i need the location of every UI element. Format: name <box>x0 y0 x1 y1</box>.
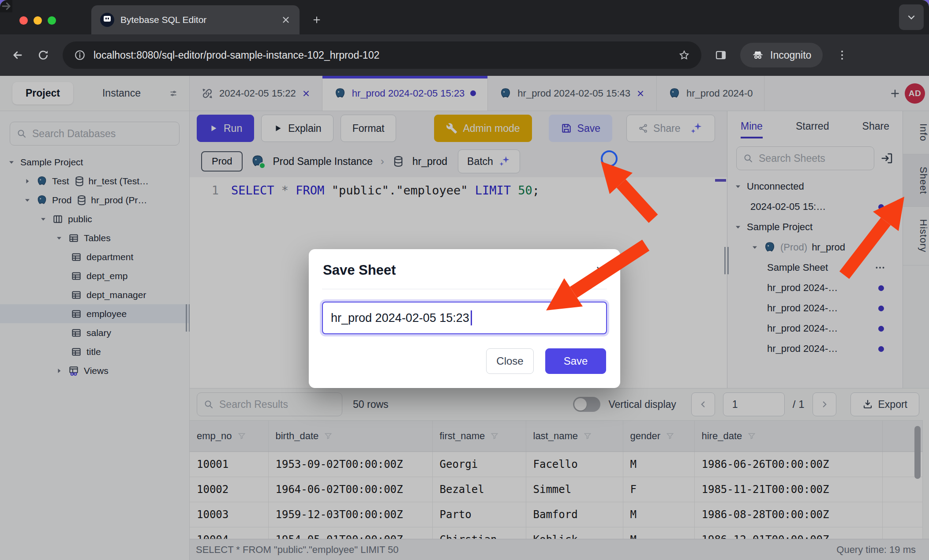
bookmark-star-icon[interactable] <box>678 49 690 61</box>
browser-window: Bytebase SQL Editor localhost:8080/sql-e… <box>0 0 929 560</box>
text-caret <box>471 310 472 325</box>
annotation-circle <box>601 150 618 167</box>
side-panel-icon[interactable] <box>715 49 727 61</box>
url-text[interactable]: localhost:8080/sql-editor/prod-sample-in… <box>94 49 671 61</box>
forward-icon[interactable] <box>0 0 12 12</box>
site-info-icon[interactable] <box>74 49 86 61</box>
browser-tabstrip: Bytebase SQL Editor <box>0 0 929 34</box>
tab-search-button[interactable] <box>899 4 924 30</box>
dialog-title: Save Sheet <box>323 262 396 278</box>
plus-icon <box>312 15 322 25</box>
dialog-divider <box>322 289 607 289</box>
sql-editor-app: Project Instance 2024-02-05 15:22 <box>0 76 929 560</box>
bytebase-favicon <box>100 13 114 27</box>
minimize-window-button[interactable] <box>34 16 42 25</box>
close-dialog-icon[interactable] <box>595 265 606 276</box>
incognito-label: Incognito <box>770 49 811 61</box>
sheet-name-input[interactable]: hr_prod 2024-02-05 15:23 <box>322 302 607 334</box>
zoom-window-button[interactable] <box>48 16 56 25</box>
browser-tab-title: Bytebase SQL Editor <box>120 15 275 25</box>
browser-menu-icon[interactable] <box>836 49 848 61</box>
window-controls <box>19 16 56 25</box>
close-tab-icon[interactable] <box>281 15 291 25</box>
dialog-close-button[interactable]: Close <box>486 348 534 374</box>
browser-toolbar: localhost:8080/sql-editor/prod-sample-in… <box>0 34 929 76</box>
close-window-button[interactable] <box>19 16 28 25</box>
screen: Bytebase SQL Editor localhost:8080/sql-e… <box>0 0 929 560</box>
new-tab-button[interactable] <box>312 15 322 25</box>
chevron-down-icon <box>906 12 917 22</box>
address-bar[interactable]: localhost:8080/sql-editor/prod-sample-in… <box>63 41 701 69</box>
incognito-badge: Incognito <box>740 43 823 67</box>
sheet-name-value: hr_prod 2024-02-05 15:23 <box>331 311 469 325</box>
reload-icon[interactable] <box>37 49 49 61</box>
incognito-icon <box>752 49 764 61</box>
dialog-save-button[interactable]: Save <box>545 348 606 374</box>
save-sheet-dialog: Save Sheet hr_prod 2024-02-05 15:23 Clos… <box>309 249 620 388</box>
back-icon[interactable] <box>11 49 24 61</box>
browser-tab[interactable]: Bytebase SQL Editor <box>91 5 300 34</box>
